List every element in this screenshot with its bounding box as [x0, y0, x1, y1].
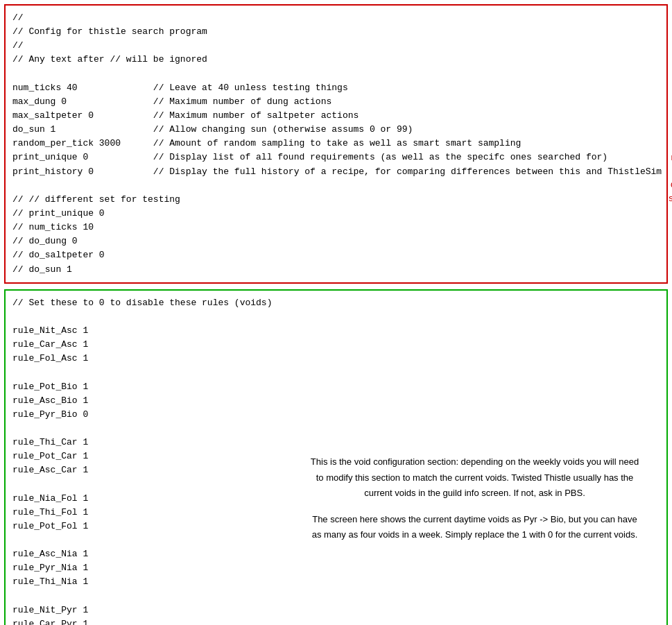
- code-line-empty: [12, 478, 290, 492]
- code-line: rule_Pot_Car 1: [12, 450, 290, 463]
- ignore-note-text: Ignore this section unless you need to a…: [669, 83, 672, 205]
- top-section-code: // // Config for thistle search program …: [12, 11, 662, 277]
- code-line: rule_Asc_Nia 1: [12, 547, 290, 561]
- code-line: rule_Pot_Bio 1: [12, 380, 290, 394]
- code-line: max_dung 0 // Maximum number of dung act…: [12, 95, 662, 109]
- code-line: rule_Pyr_Nia 1: [12, 561, 290, 575]
- code-line-empty: [12, 590, 290, 603]
- code-line: // // different set for testing: [12, 193, 662, 207]
- code-line-empty: [12, 179, 662, 193]
- code-line: // Any text after // will be ignored: [12, 53, 662, 67]
- void-header-line: // Set these to 0 to disable these rules…: [12, 296, 290, 310]
- code-line: num_ticks 40 // Leave at 40 unless testi…: [12, 81, 662, 95]
- code-line: // do_saltpeter 0: [12, 248, 662, 262]
- code-line: // num_ticks 10: [12, 221, 662, 234]
- code-line: print_history 0 // Display the full hist…: [12, 165, 662, 179]
- code-line: rule_Nit_Pyr 1: [12, 603, 290, 617]
- code-line: rule_Asc_Car 1: [12, 463, 290, 477]
- code-line: rule_Pyr_Bio 0: [12, 408, 290, 422]
- code-line-empty: [12, 533, 290, 547]
- code-line: rule_Pot_Fol 1: [12, 520, 290, 533]
- page-container: // // Config for thistle search program …: [0, 0, 672, 625]
- code-line: rule_Nia_Fol 1: [12, 492, 290, 506]
- code-line: //: [12, 11, 662, 25]
- void-description-panel: This is the void configuration section: …: [290, 296, 660, 625]
- code-line: // Config for thistle search program: [12, 25, 662, 39]
- void-note-paragraph-1: This is the void configuration section: …: [309, 454, 641, 500]
- code-line: rule_Car_Pyr 1: [12, 617, 290, 625]
- code-line-empty: [12, 310, 290, 324]
- code-line: rule_Thi_Fol 1: [12, 506, 290, 520]
- code-line: rule_Nit_Asc 1: [12, 324, 290, 338]
- code-line: // print_unique 0: [12, 207, 662, 221]
- code-line-empty: [12, 422, 290, 436]
- code-line: rule_Car_Asc 1: [12, 338, 290, 352]
- bottom-section-code: // Set these to 0 to disable these rules…: [12, 296, 290, 625]
- code-line-empty: [12, 67, 662, 81]
- code-line: do_sun 1 // Allow changing sun (otherwis…: [12, 123, 662, 137]
- code-line: max_saltpeter 0 // Maximum number of sal…: [12, 109, 662, 123]
- code-line: //: [12, 39, 662, 53]
- code-line: rule_Thi_Nia 1: [12, 575, 290, 589]
- code-line-empty: [12, 366, 290, 379]
- void-description-text: This is the void configuration section: …: [309, 454, 641, 542]
- bottom-section: // Set these to 0 to disable these rules…: [4, 289, 668, 625]
- top-section: // // Config for thistle search program …: [4, 4, 668, 284]
- code-line: random_per_tick 3000 // Amount of random…: [12, 137, 662, 151]
- code-line: print_unique 0 // Display list of all fo…: [12, 151, 662, 164]
- top-section-note: Ignore this section unless you need to a…: [662, 11, 672, 277]
- code-line: // do_sun 1: [12, 263, 662, 277]
- code-line: rule_Asc_Bio 1: [12, 394, 290, 408]
- code-line: // do_dung 0: [12, 234, 662, 248]
- code-line: rule_Thi_Car 1: [12, 436, 290, 450]
- code-line: rule_Fol_Asc 1: [12, 352, 290, 366]
- void-note-paragraph-2: The screen here shows the current daytim…: [309, 512, 641, 542]
